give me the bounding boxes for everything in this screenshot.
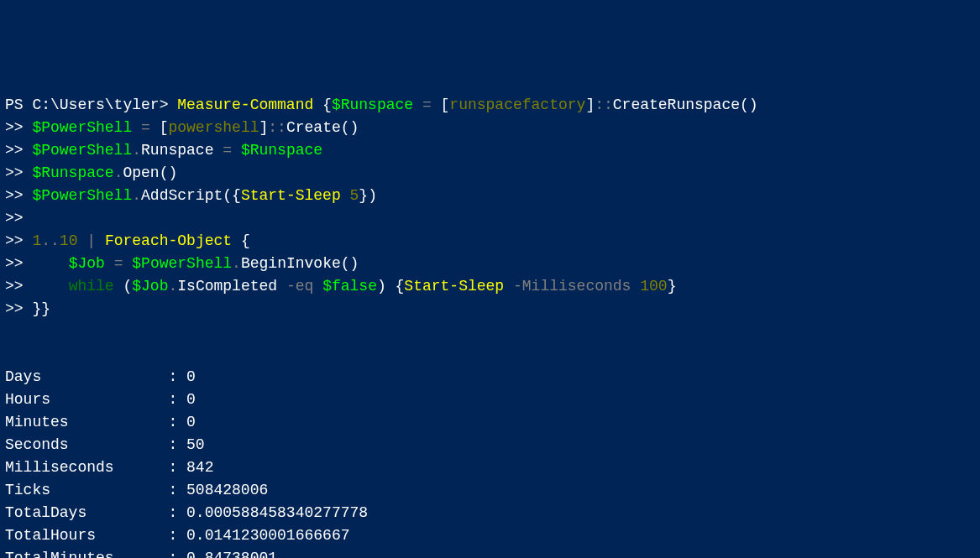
result-label: Days bbox=[5, 368, 160, 385]
result-row: Minutes : 0 bbox=[5, 411, 975, 434]
result-row: TotalDays : 0.000588458340277778 bbox=[5, 502, 975, 524]
operator: = bbox=[422, 96, 432, 113]
brace: }) bbox=[359, 187, 377, 204]
method-call: Create() bbox=[286, 119, 359, 136]
blank-line bbox=[5, 343, 975, 366]
pipe: | bbox=[86, 232, 96, 249]
variable: $Job bbox=[132, 278, 168, 295]
result-label: TotalHours bbox=[5, 527, 160, 544]
variable: $PowerShell bbox=[32, 119, 132, 136]
result-row: TotalHours : 0.0141230001666667 bbox=[5, 524, 975, 547]
result-label: TotalDays bbox=[5, 504, 160, 521]
variable: $Runspace bbox=[332, 96, 413, 113]
result-separator: : bbox=[160, 527, 186, 544]
continuation-prompt: >> bbox=[5, 278, 32, 295]
static-op: :: bbox=[268, 119, 286, 136]
variable: $Runspace bbox=[241, 142, 322, 159]
result-value: 0.84738001 bbox=[186, 550, 277, 558]
continuation-prompt: >> bbox=[5, 119, 32, 136]
result-separator: : bbox=[160, 550, 186, 558]
dot: . bbox=[132, 142, 141, 159]
result-value: 0.000588458340277778 bbox=[186, 504, 368, 521]
code-line-9: >> while ($Job.IsCompleted -eq $false) {… bbox=[5, 275, 975, 298]
continuation-prompt: >> bbox=[5, 210, 32, 227]
brace: } bbox=[668, 278, 677, 295]
property: IsCompleted bbox=[177, 278, 286, 295]
result-label: Hours bbox=[5, 391, 160, 408]
result-value: 0 bbox=[186, 368, 196, 385]
result-label: Seconds bbox=[5, 436, 160, 453]
result-value: 842 bbox=[186, 459, 213, 476]
prompt-ps: PS bbox=[5, 96, 32, 113]
cmdlet: Start-Sleep bbox=[404, 278, 504, 295]
result-label: Ticks bbox=[5, 482, 160, 498]
continuation-prompt: >> bbox=[5, 164, 32, 181]
code-line-5: >> $PowerShell.AddScript({Start-Sleep 5}… bbox=[5, 185, 975, 207]
terminal-output[interactable]: PS C:\Users\tyler> Measure-Command {$Run… bbox=[5, 94, 975, 558]
code-line-8: >> $Job = $PowerShell.BeginInvoke() bbox=[5, 253, 975, 275]
static-op: :: bbox=[595, 96, 613, 113]
continuation-prompt: >> bbox=[5, 300, 32, 317]
brace: { bbox=[232, 232, 250, 249]
result-value: 0 bbox=[186, 414, 196, 430]
variable: $PowerShell bbox=[32, 142, 132, 159]
range-op: .. bbox=[41, 232, 60, 249]
method-call: AddScript({ bbox=[141, 187, 241, 204]
keyword: while bbox=[69, 278, 114, 295]
code-line-3: >> $PowerShell.Runspace = $Runspace bbox=[5, 139, 975, 162]
result-separator: : bbox=[160, 482, 186, 498]
operator: -eq bbox=[286, 278, 313, 295]
result-row: Ticks : 508428006 bbox=[5, 479, 975, 502]
result-row: Days : 0 bbox=[5, 366, 975, 389]
dot: . bbox=[132, 187, 141, 204]
number: 5 bbox=[350, 187, 359, 204]
brace: { bbox=[313, 96, 332, 113]
continuation-prompt: >> bbox=[5, 255, 32, 272]
result-label: TotalMinutes bbox=[5, 550, 160, 558]
operator: = bbox=[141, 119, 150, 136]
result-label: Milliseconds bbox=[5, 459, 160, 476]
variable: $Job bbox=[69, 255, 105, 272]
continuation-prompt: >> bbox=[5, 142, 32, 159]
paren: ( bbox=[114, 278, 133, 295]
result-separator: : bbox=[160, 436, 186, 453]
brace: }} bbox=[32, 300, 50, 317]
variable: $Runspace bbox=[32, 164, 113, 181]
code-line-7: >> 1..10 | Foreach-Object { bbox=[5, 230, 975, 253]
results-block: Days : 0Hours : 0Minutes : 0Seconds : 50… bbox=[5, 366, 975, 558]
cmdlet: Start-Sleep bbox=[241, 187, 341, 204]
method-call: Open() bbox=[123, 164, 177, 181]
type-name: runspacefactory bbox=[449, 96, 585, 113]
code-line-1: PS C:\Users\tyler> Measure-Command {$Run… bbox=[5, 94, 975, 117]
dot: . bbox=[114, 164, 123, 181]
prompt-gt: > bbox=[160, 96, 178, 113]
number: 10 bbox=[60, 232, 78, 249]
operator: = bbox=[114, 255, 123, 272]
result-value: 0 bbox=[186, 391, 196, 408]
result-separator: : bbox=[160, 459, 186, 476]
result-row: Seconds : 50 bbox=[5, 434, 975, 456]
result-separator: : bbox=[160, 391, 186, 408]
parameter: -Milliseconds bbox=[513, 278, 631, 295]
blank-line bbox=[5, 321, 975, 343]
result-row: Milliseconds : 842 bbox=[5, 456, 975, 479]
number: 100 bbox=[640, 278, 667, 295]
result-value: 508428006 bbox=[186, 482, 268, 498]
dot: . bbox=[232, 255, 241, 272]
code-line-6: >> bbox=[5, 207, 975, 230]
continuation-prompt: >> bbox=[5, 187, 32, 204]
result-separator: : bbox=[160, 414, 186, 430]
variable: $PowerShell bbox=[32, 187, 132, 204]
type-name: powershell bbox=[168, 119, 259, 136]
prompt-path: C:\Users\tyler bbox=[32, 96, 159, 113]
code-line-10: >> }} bbox=[5, 298, 975, 321]
result-row: Hours : 0 bbox=[5, 389, 975, 411]
method-call: CreateRunspace() bbox=[613, 96, 758, 113]
code-line-4: >> $Runspace.Open() bbox=[5, 162, 975, 185]
result-separator: : bbox=[160, 504, 186, 521]
method-call: BeginInvoke() bbox=[241, 255, 359, 272]
property: Runspace bbox=[141, 142, 223, 159]
result-label: Minutes bbox=[5, 414, 160, 430]
result-separator: : bbox=[160, 368, 186, 385]
dot: . bbox=[168, 278, 177, 295]
